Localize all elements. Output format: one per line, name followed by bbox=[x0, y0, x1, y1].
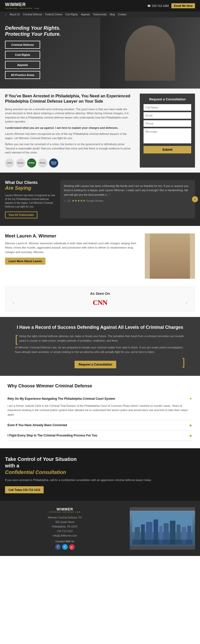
hero-btn-criminal-defense[interactable]: Criminal Defense bbox=[5, 41, 40, 49]
why-choose-section: Why Choose Wimmer Criminal Defense Rely … bbox=[0, 376, 200, 449]
bracket-right: ] bbox=[182, 357, 185, 367]
logo-name: WIMMER bbox=[5, 2, 39, 7]
accordion-title-1: Rely On My Experience Navigating The Phi… bbox=[8, 397, 115, 400]
form-full-name[interactable] bbox=[144, 104, 191, 111]
svg-rect-11 bbox=[132, 540, 192, 545]
testimonial-next-button[interactable]: › bbox=[192, 196, 198, 202]
footer-logo: WIMMER bbox=[5, 507, 125, 511]
main-para3: Before you can ever be convicted of a cr… bbox=[5, 142, 135, 155]
success-para1: Hiring the right criminal defense attorn… bbox=[19, 334, 185, 343]
footer-firm-name: Wimmer Criminal Defense, PC 505 South St… bbox=[5, 515, 125, 538]
footer-logo-sub: CRIMINAL DEFENSE LAW bbox=[5, 511, 125, 513]
carousel-prev-button[interactable]: ‹ bbox=[13, 300, 14, 305]
call-today-button[interactable]: Call Today 215-712-1212 bbox=[5, 486, 44, 493]
cta-section: Take Control of Your Situation with a Co… bbox=[0, 448, 200, 501]
badge-2: NACDL bbox=[16, 158, 25, 168]
attorney-photo bbox=[145, 233, 195, 279]
nav-federal-crimes[interactable]: Federal Crimes bbox=[45, 13, 62, 16]
accordion-item-3: I Fight Every Step In The Criminal Proce… bbox=[8, 430, 192, 441]
success-para2: At Wimmer Criminal Defense Law, we are p… bbox=[15, 345, 185, 354]
header: WIMMER CRIMINAL DEFENSE LAW ☎ 215-712-12… bbox=[0, 0, 200, 12]
header-right: ☎ 215-712-1282 Email Me Now bbox=[147, 3, 195, 8]
hero-btn-civil-rights[interactable]: Civil Rights bbox=[5, 51, 40, 59]
request-consultation-button[interactable]: Request a Consultation bbox=[75, 361, 116, 368]
accordion-header-2[interactable]: Even If You Have Already Been Convicted … bbox=[8, 420, 192, 430]
quote-author: — J.F. ★★★★★ Google Review bbox=[64, 199, 191, 203]
nav-about[interactable]: About Us bbox=[10, 13, 20, 16]
hero-btn-appeals[interactable]: Appeals bbox=[5, 61, 40, 69]
main-consult-section: If You've Been Arrested in Philadelphia,… bbox=[0, 89, 200, 173]
quote-text: Working with Lauren has been a blessing!… bbox=[64, 184, 191, 197]
cta-heading: Take Control of Your Situation with a Co… bbox=[5, 456, 195, 475]
consult-form: Request a Consultation Submit bbox=[140, 94, 195, 168]
social-icons: f t ● bbox=[5, 544, 125, 550]
twitter-icon[interactable]: t bbox=[62, 544, 68, 550]
attorney-image bbox=[150, 233, 190, 279]
footer-info: WIMMER CRIMINAL DEFENSE LAW Wimmer Crimi… bbox=[5, 507, 125, 550]
accordion-header-3[interactable]: I Fight Every Step In The Criminal Proce… bbox=[8, 430, 192, 440]
hero-title: Defending Your Rights. Protecting Your F… bbox=[5, 25, 195, 37]
badge-1: AVVO bbox=[5, 158, 14, 168]
badge-3: NORML bbox=[27, 158, 36, 168]
accordion-title-3: I Fight Every Step In The Criminal Proce… bbox=[8, 434, 97, 437]
accordion-item-1: Rely On My Experience Navigating The Phi… bbox=[8, 394, 192, 420]
accordion-arrow-3: ▶ bbox=[190, 433, 192, 437]
hero-btn-all-practice[interactable]: All Practice Areas bbox=[5, 71, 40, 79]
cta-description: If you were arrested in Philadelphia, ca… bbox=[5, 478, 195, 482]
main-content: If You've Been Arrested in Philadelphia,… bbox=[5, 94, 135, 168]
success-heading: I Have a Record of Success Defending Aga… bbox=[10, 325, 190, 330]
seen-on-section: As Seen On ‹ CNN › bbox=[5, 286, 195, 312]
accordion-body-1: I am a former Judicial Clerk in the Crim… bbox=[8, 404, 192, 420]
footer: WIMMER CRIMINAL DEFENSE LAW Wimmer Crimi… bbox=[0, 501, 200, 556]
nav-testimonials[interactable]: Testimonials bbox=[93, 13, 107, 16]
instagram-icon[interactable]: ● bbox=[69, 544, 75, 550]
testimonials-section: What Our Clients Are Saying Lauren Wimme… bbox=[0, 173, 200, 226]
testimonials-left: What Our Clients Are Saying Lauren Wimme… bbox=[5, 180, 55, 218]
logo: WIMMER CRIMINAL DEFENSE LAW bbox=[5, 2, 39, 10]
nav-blog[interactable]: Blog bbox=[110, 13, 115, 16]
badge-4: PACDL bbox=[38, 158, 47, 168]
footer-connect-label: Connect With Us bbox=[5, 540, 125, 543]
form-heading: Request a Consultation bbox=[144, 97, 191, 101]
attorney-heading: Meet Lauren A. Wimmer bbox=[5, 233, 140, 239]
section-heading: If You've Been Arrested in Philadelphia,… bbox=[5, 94, 135, 104]
facebook-icon[interactable]: f bbox=[55, 544, 61, 550]
badges-row: AVVO NACDL NORML PACDL Rising Stars bbox=[5, 158, 135, 168]
form-message[interactable] bbox=[144, 128, 191, 143]
testimonials-quote: Working with Lauren has been a blessing!… bbox=[60, 180, 195, 218]
view-testimonials-button[interactable]: View All Testimonials bbox=[5, 212, 37, 218]
nav-civil-rights[interactable]: Civil Rights bbox=[65, 13, 78, 16]
carousel-next-button[interactable]: › bbox=[186, 300, 187, 305]
footer-city-image bbox=[130, 507, 195, 550]
accordion-item-2: Even If You Have Already Been Convicted … bbox=[8, 420, 192, 430]
main-para1: Being arrested can be a stressful and co… bbox=[5, 107, 135, 124]
hero-section: Defending Your Rights. Protecting Your F… bbox=[0, 17, 200, 89]
badge-5: Rising Stars bbox=[49, 158, 58, 168]
bracket-left: [ bbox=[15, 334, 18, 344]
email-now-button[interactable]: Email Me Now bbox=[171, 3, 195, 8]
accordion-header-1[interactable]: Rely On My Experience Navigating The Phi… bbox=[8, 394, 192, 404]
nav-home[interactable]: ⌂ bbox=[5, 13, 7, 16]
form-email[interactable] bbox=[144, 112, 191, 119]
testimonials-desc: Lauren Wimmer has been recognized as one… bbox=[5, 193, 55, 209]
accordion-arrow-2: ▶ bbox=[190, 423, 192, 427]
attorney-description: Attorney Lauren A. Wimmer represents ind… bbox=[5, 241, 140, 255]
bold-statement: I understand what you are up against. I … bbox=[5, 126, 118, 129]
main-para2: Lauren Wimmer has been recognized as one… bbox=[5, 132, 135, 140]
why-choose-heading: Why Choose Wimmer Criminal Defense bbox=[8, 383, 192, 389]
seen-on-heading: As Seen On bbox=[10, 292, 190, 296]
accordion-arrow-1: ▼ bbox=[189, 397, 192, 401]
form-submit-button[interactable]: Submit bbox=[144, 146, 191, 153]
nav-appeals[interactable]: Appeals bbox=[81, 13, 90, 16]
learn-more-button[interactable]: Learn More About Lauren bbox=[5, 258, 45, 265]
nav-criminal-defense[interactable]: Criminal Defense bbox=[23, 13, 42, 16]
form-phone[interactable] bbox=[144, 120, 191, 127]
attorney-section: Meet Lauren A. Wimmer Attorney Lauren A.… bbox=[0, 226, 200, 286]
accordion-title-2: Even If You Have Already Been Convicted bbox=[8, 423, 67, 427]
cnn-logo: CNN bbox=[93, 299, 107, 307]
city-skyline bbox=[130, 511, 195, 546]
seen-on-carousel: ‹ CNN › bbox=[10, 299, 190, 307]
nav-contact[interactable]: Contact bbox=[118, 13, 126, 16]
navigation: ⌂ About Us Criminal Defense Federal Crim… bbox=[0, 12, 200, 17]
success-section: I Have a Record of Success Defending Aga… bbox=[0, 317, 200, 376]
